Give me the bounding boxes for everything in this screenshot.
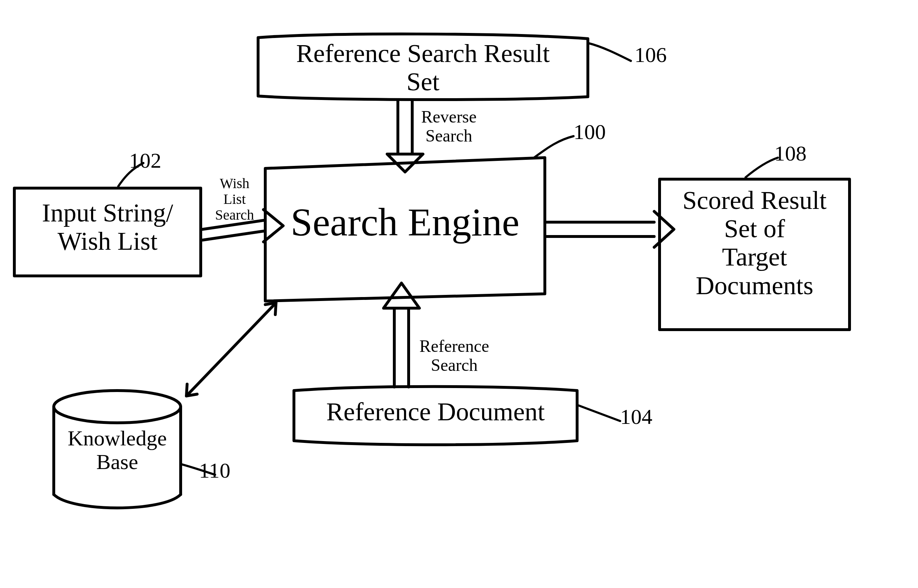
ref-102: 102 <box>129 149 161 172</box>
svg-point-0 <box>54 391 181 423</box>
edge-label-wish-list-search: Wish List Search <box>215 176 254 223</box>
arrow-to-scored-result <box>547 212 674 247</box>
ref-100: 100 <box>574 120 606 144</box>
edge-label-reverse-search: Reverse Search <box>421 108 477 145</box>
label-reference-document: Reference Document <box>297 398 574 426</box>
ref-104: 104 <box>620 405 652 428</box>
ref-106: 106 <box>634 43 667 67</box>
arrow-reverse-search <box>387 100 423 172</box>
ref-leader-104 <box>577 405 620 421</box>
ref-108: 108 <box>774 142 806 165</box>
arrow-knowledge-base-link <box>186 303 276 396</box>
label-input-string-wish-list: Input String/ Wish List <box>18 199 197 255</box>
ref-110: 110 <box>199 459 231 482</box>
label-knowledge-base: Knowledge Base <box>54 426 181 474</box>
ref-leader-100 <box>534 136 574 158</box>
ref-leader-108 <box>745 158 778 178</box>
label-scored-result-set: Scored Result Set of Target Documents <box>663 186 846 300</box>
edge-label-reference-search: Reference Search <box>419 337 489 375</box>
ref-leader-106 <box>588 43 631 61</box>
label-search-engine: Search Engine <box>272 201 538 244</box>
diagram-canvas: Reference Search Result Set Input String… <box>0 0 918 588</box>
label-reference-search-result-set: Reference Search Result Set <box>258 39 588 96</box>
